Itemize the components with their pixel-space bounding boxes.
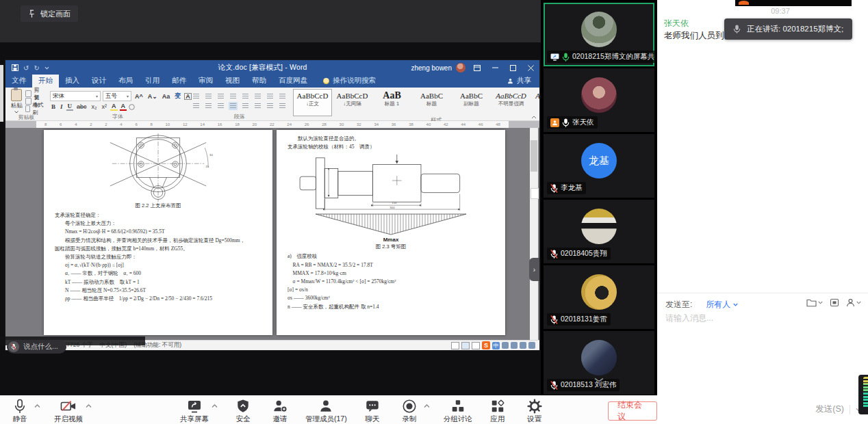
scroll-down-icon[interactable]	[593, 377, 604, 382]
shading-button[interactable]	[266, 102, 275, 110]
word-share-button[interactable]: 共享	[499, 76, 539, 88]
pin-view-button[interactable]: 锁定画面	[21, 5, 78, 22]
strikethrough-button[interactable]: abc	[75, 103, 88, 110]
sort-button[interactable]	[266, 92, 275, 101]
undo-icon[interactable]: ↺	[23, 64, 29, 72]
increase-indent-button[interactable]	[241, 92, 250, 101]
video-options-caret[interactable]	[86, 399, 92, 408]
tile-lilongji[interactable]: 龙基 李龙基	[544, 134, 654, 198]
collapse-ribbon-button[interactable]	[531, 116, 537, 119]
show-marks-button[interactable]	[278, 92, 287, 101]
read-mode-icon[interactable]	[451, 342, 459, 349]
scrollbar-thumb[interactable]	[531, 140, 537, 172]
style-chip[interactable]: AaBbCcD 不明显强调	[492, 89, 531, 116]
ime-emoji-icon[interactable]	[511, 342, 518, 349]
end-meeting-button[interactable]: 结束会议	[608, 401, 657, 421]
panel-expander-tab[interactable]: ›	[529, 258, 539, 281]
share-screen-button[interactable]: 共享屏幕	[180, 399, 209, 424]
ime-toolbox-icon[interactable]	[528, 342, 535, 349]
menu-tab[interactable]: 帮助	[246, 75, 272, 88]
menu-tab[interactable]: 百度网盘	[272, 75, 314, 88]
style-chip[interactable]: AaB 标题 1	[372, 89, 411, 116]
redo-icon[interactable]: ↻	[34, 64, 39, 72]
chat-button[interactable]: 聊天	[361, 399, 384, 424]
save-icon[interactable]	[12, 64, 18, 71]
style-chip[interactable]: AaBbC 标题	[412, 89, 451, 116]
menu-tab[interactable]: 审阅	[192, 75, 219, 88]
menu-tab[interactable]: 设计	[86, 75, 112, 88]
align-right-button[interactable]	[216, 102, 225, 110]
tile-zhengbowen-share[interactable]: 02018215郑博文的屏幕共享	[544, 3, 654, 66]
font-size-select[interactable]: 五号▾	[103, 91, 131, 101]
say-something-bubble[interactable]: 说点什么...	[7, 340, 66, 354]
tile-jianglei[interactable]: 02018131姜雷	[544, 265, 654, 329]
settings-button[interactable]: 设置	[523, 399, 546, 424]
share-options-caret[interactable]	[212, 399, 218, 408]
multilevel-list-button[interactable]	[216, 92, 225, 101]
tab-file[interactable]: 文件	[5, 75, 32, 88]
mention-button[interactable]	[846, 298, 861, 307]
tile-guixiang[interactable]: 02018405贵翔	[544, 200, 654, 263]
style-chip[interactable]: AaBbC 副标题	[452, 89, 491, 116]
bold-button[interactable]: B	[50, 103, 57, 110]
menu-tab[interactable]: 邮件	[166, 75, 192, 88]
align-left-button[interactable]	[192, 102, 201, 110]
decrease-indent-button[interactable]	[229, 92, 238, 101]
message-input[interactable]: 请输入消息...	[665, 313, 713, 324]
record-button[interactable]: 录制	[398, 399, 421, 424]
print-layout-icon[interactable]	[461, 342, 470, 349]
highlight-color-button[interactable]: A	[110, 103, 118, 111]
send-to-select[interactable]: 所有人	[706, 299, 738, 310]
distribute-button[interactable]	[241, 102, 250, 110]
asian-layout-button[interactable]	[253, 92, 262, 101]
security-button[interactable]: 安全	[231, 399, 255, 424]
bullets-button[interactable]	[192, 92, 201, 101]
superscript-button[interactable]: x²	[101, 103, 109, 110]
qat-caret-icon[interactable]	[44, 66, 49, 70]
justify-button[interactable]	[229, 102, 238, 110]
horizontal-ruler[interactable]: 8642246810121416182022242628303234363840…	[5, 121, 539, 128]
minimize-button[interactable]	[486, 60, 504, 75]
enclose-char-button[interactable]	[129, 104, 135, 110]
send-button[interactable]: 发送(S)	[815, 403, 844, 415]
style-chip[interactable]: AaBbCcD ↓正文	[293, 89, 332, 116]
numbering-button[interactable]	[204, 92, 213, 101]
web-layout-icon[interactable]	[472, 342, 480, 349]
ribbon-display-options-button[interactable]	[468, 60, 486, 75]
font-color-button[interactable]: A	[120, 103, 127, 111]
restore-button[interactable]	[504, 60, 522, 75]
tile-liuhongwei[interactable]: 02018513 刘宏伟	[544, 331, 654, 395]
word-vertical-scrollbar[interactable]	[530, 128, 538, 340]
format-painter-button[interactable]: 格式刷	[25, 105, 44, 113]
subscript-button[interactable]: x₂	[90, 103, 99, 110]
mute-button[interactable]: 静音	[8, 399, 31, 424]
tile-zhangtianyi[interactable]: 张天依	[544, 68, 654, 132]
word-account[interactable]: zheng bowen	[411, 63, 469, 72]
line-spacing-button[interactable]	[253, 102, 262, 110]
change-case-button[interactable]: Aa	[161, 93, 172, 100]
align-center-button[interactable]	[204, 102, 213, 110]
shrink-font-button[interactable]: A⌄	[146, 93, 159, 100]
menu-tab[interactable]: 视图	[219, 75, 246, 88]
phonetic-guide-button[interactable]: 变	[173, 92, 182, 101]
manage-members-button[interactable]: 管理成员(17)	[305, 399, 347, 424]
chat-sender-name[interactable]: 张天依	[664, 18, 689, 29]
menu-tab[interactable]: 插入	[59, 75, 86, 88]
record-options-caret[interactable]	[424, 399, 430, 408]
close-button[interactable]	[522, 60, 539, 75]
ime-language-icon[interactable]: 中	[492, 342, 500, 349]
ime-mic-icon[interactable]	[502, 342, 509, 349]
ime-keyboard-icon[interactable]	[520, 342, 526, 349]
borders-button[interactable]	[278, 102, 287, 110]
menu-tab[interactable]: 布局	[112, 75, 139, 88]
paste-button[interactable]: 粘贴	[8, 89, 25, 114]
breakout-rooms-button[interactable]: 分组讨论	[444, 399, 472, 424]
screenshot-button[interactable]	[830, 298, 839, 307]
grow-font-button[interactable]: A^	[133, 93, 144, 100]
mute-options-caret[interactable]	[34, 399, 40, 408]
invite-button[interactable]: 邀请	[268, 399, 292, 424]
start-video-button[interactable]: 开启视频	[54, 399, 83, 424]
font-name-select[interactable]: 宋体▾	[50, 91, 101, 101]
apps-button[interactable]: 应用	[486, 399, 509, 424]
tell-me-search[interactable]: 操作说明搜索	[323, 76, 376, 88]
